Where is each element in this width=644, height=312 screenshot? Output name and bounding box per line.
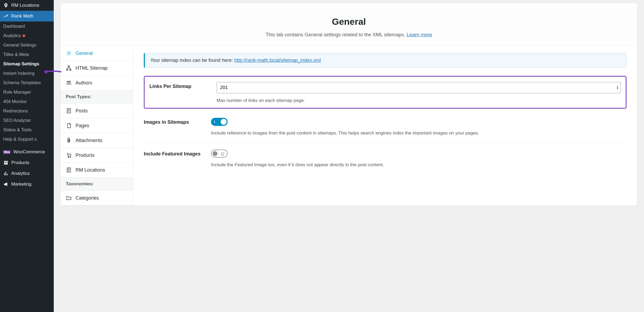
cart-icon [66,152,72,158]
tab-rm-locations[interactable]: RM Locations [60,163,133,178]
svg-point-0 [68,52,70,54]
sidebar-submenu: Dashboard Analytics General Settings Tit… [0,22,54,144]
sidebar-item-marketing[interactable]: Marketing [0,179,54,190]
tab-group-post-types: Post Types: [60,90,133,104]
sidebar-label: Marketing [11,182,31,187]
stepper-icon[interactable]: ▲▼ [616,86,619,90]
settings-panel: Your sitemap index can be found here: ht… [133,46,637,205]
sidebar-sub-instant-indexing[interactable]: Instant Indexing [0,69,54,78]
users-icon [66,80,72,86]
pin-icon [3,3,9,8]
sidebar-sub-dashboard[interactable]: Dashboard [0,22,54,31]
page-icon [66,123,72,129]
sidebar-label: WooCommerce [13,149,45,155]
tab-general[interactable]: General [60,46,133,61]
woo-icon: Woo [3,150,10,154]
sidebar-sub-schema-templates[interactable]: Schema Templates [0,78,54,87]
gear-icon [66,50,72,56]
sidebar-sub-role-manager[interactable]: Role Manager [0,87,54,97]
sidebar-item-products[interactable]: Products [0,157,54,168]
toggle-include-featured[interactable] [211,150,228,158]
post-icon [66,167,72,173]
tab-label: General [76,51,93,56]
tab-group-taxonomies: Taxonomies: [60,178,133,191]
post-icon [66,108,72,114]
svg-rect-2 [67,69,68,71]
learn-more-link[interactable]: Learn more [407,32,432,37]
sidebar-sub-seo-analyzer[interactable]: SEO Analyzer [0,116,54,125]
tab-label: Categories [76,195,99,201]
tab-html-sitemap[interactable]: HTML Sitemap [60,61,133,76]
archive-icon [3,160,9,165]
sidebar-label: RM Locations [11,3,39,8]
tab-label: Products [76,153,95,158]
sitemap-url-link[interactable]: http://rank-math.local/sitemap_index.xml [234,58,321,63]
folder-icon [66,195,72,201]
tab-categories[interactable]: Categories [60,191,133,205]
help-links-per-sitemap: Max number of links on each sitemap page… [217,97,621,104]
label-images-in-sitemaps: Images in Sitemaps [144,118,206,137]
tab-label: RM Locations [76,167,105,173]
tab-posts[interactable]: Posts [60,104,133,118]
sidebar-sub-general-settings[interactable]: General Settings [0,40,54,50]
sidebar-label: Products [11,160,29,165]
tab-attachments[interactable]: Attachments [60,133,133,148]
sitemap-icon [66,65,72,71]
tab-label: HTML Sitemap [76,65,108,71]
tab-label: Posts [76,108,88,114]
tab-label: Pages [76,123,89,129]
sitemap-notice: Your sitemap index can be found here: ht… [144,53,627,68]
chart-icon [3,13,9,19]
sidebar-item-rank-math[interactable]: Rank Math [0,11,54,22]
svg-point-8 [70,157,71,158]
tab-pages[interactable]: Pages [60,118,133,133]
sidebar-sub-analytics[interactable]: Analytics [0,31,54,40]
sidebar-item-analytics2[interactable]: Analytics [0,168,54,179]
bars-icon [3,171,9,176]
tab-label: Authors [76,80,92,86]
sidebar-label: Rank Math [11,13,33,19]
main-content: General This tab contains General settin… [54,0,644,312]
wp-admin-sidebar: RM Locations Rank Math Dashboard Analyti… [0,0,54,312]
page-subtitle: This tab contains General settings relat… [66,32,632,38]
sidebar-sub-titles-meta[interactable]: Titles & Meta [0,50,54,59]
sidebar-sub-404-monitor[interactable]: 404 Monitor [0,97,54,106]
external-link-icon: ⧉ [34,137,37,141]
svg-rect-3 [70,69,71,71]
sidebar-sub-status-tools[interactable]: Status & Tools [0,125,54,134]
tab-authors[interactable]: Authors [60,76,133,90]
page-title: General [66,16,632,27]
settings-card: General This tab contains General settin… [60,3,638,206]
help-images-in-sitemaps: Include reference to images from the pos… [211,130,627,137]
toggle-images-in-sitemaps[interactable] [211,118,228,126]
sidebar-sub-sitemap-settings[interactable]: Sitemap Settings [0,59,54,69]
label-links-per-sitemap: Links Per Sitemap [149,82,211,104]
input-links-per-sitemap[interactable] [217,82,621,93]
card-header: General This tab contains General settin… [60,3,637,46]
sidebar-item-rm-locations[interactable]: RM Locations [0,0,54,11]
settings-tabs: General HTML Sitemap Authors Post Types:… [60,46,133,205]
sidebar-item-woocommerce[interactable]: Woo WooCommerce [0,147,54,157]
tab-label: Attachments [76,138,102,143]
highlight-links-per-sitemap: Links Per Sitemap ▲▼ Max number of links… [144,76,627,109]
svg-rect-1 [68,66,70,67]
notification-dot-icon [23,34,25,37]
sidebar-sub-redirections[interactable]: Redirections [0,106,54,116]
megaphone-icon [3,182,9,187]
sidebar-sub-help-support[interactable]: Help & Support⧉ [0,134,54,144]
help-include-featured: Include the Featured Image too, even if … [211,161,627,168]
svg-point-5 [69,81,71,83]
svg-point-4 [67,81,69,83]
attachment-icon [66,137,72,143]
svg-point-7 [68,157,69,158]
label-include-featured: Include Featured Images [144,150,206,168]
tab-products[interactable]: Products [60,148,133,163]
sidebar-label: Analytics [11,171,30,176]
